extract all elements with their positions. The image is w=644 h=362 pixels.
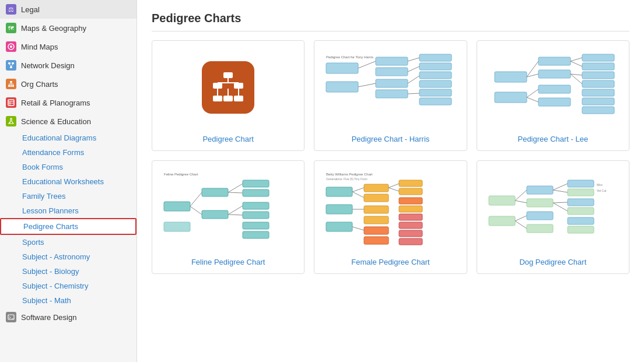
svg-line-86: [190, 192, 202, 206]
svg-rect-23: [223, 72, 233, 78]
svg-rect-16: [8, 100, 14, 106]
sidebar-item-subject-chemistry[interactable]: Subject - Chemistry: [0, 279, 136, 293]
sub-item-label: Subject - Biology: [22, 267, 79, 276]
sidebar-item-sports[interactable]: Sports: [0, 235, 136, 249]
svg-rect-122: [527, 212, 553, 220]
sub-item-label: Family Trees: [22, 192, 65, 201]
svg-line-87: [190, 206, 202, 215]
svg-rect-38: [326, 82, 358, 92]
svg-line-137: [553, 190, 568, 192]
card-label-lee: Pedigree Chart - Lee: [517, 135, 588, 143]
sidebar-label-retail: Retail & Planograms: [21, 99, 90, 107]
sub-item-label: Subject - Chemistry: [22, 282, 88, 290]
svg-rect-2: [8, 62, 10, 64]
card-image-female: Betty Williams Pedigree Chart Generation…: [320, 170, 460, 248]
svg-rect-107: [399, 206, 422, 212]
svg-rect-101: [364, 216, 388, 224]
svg-rect-118: [489, 196, 515, 205]
sidebar-label-legal: Legal: [21, 5, 40, 14]
sidebar-item-book-forms[interactable]: Book Forms: [0, 160, 136, 174]
sidebar-label-science: Science & Education: [21, 117, 91, 126]
org-icon: [6, 79, 16, 89]
sidebar-item-network[interactable]: Network Design: [0, 56, 136, 75]
card-label-dog: Dog Pedigree Chart: [519, 258, 586, 266]
svg-text:Betty Williams Pedigree Chart: Betty Williams Pedigree Chart: [326, 173, 373, 176]
svg-rect-125: [568, 189, 594, 196]
svg-rect-81: [243, 189, 269, 196]
svg-rect-47: [419, 89, 452, 96]
sidebar-item-attendance-forms[interactable]: Attendance Forms: [0, 145, 136, 160]
sidebar-item-org[interactable]: Org Charts: [0, 75, 136, 93]
mind-icon: [6, 41, 16, 52]
sidebar-item-legal[interactable]: ⚖ Legal: [0, 0, 136, 19]
svg-rect-103: [364, 237, 388, 244]
card-image-lee: [483, 50, 623, 125]
sidebar: ⚖ Legal 🗺 Maps & Geography Mind Maps Net…: [0, 0, 137, 362]
svg-line-6: [11, 64, 13, 66]
svg-text:Pedigree Chart for Tony Harris: Pedigree Chart for Tony Harris: [326, 55, 373, 59]
svg-rect-128: [568, 217, 594, 224]
sub-item-label: Lesson Planners: [22, 206, 79, 215]
svg-rect-80: [243, 180, 269, 187]
svg-rect-84: [243, 222, 269, 229]
card-female-pedigree[interactable]: Betty Williams Pedigree Chart Generation…: [314, 160, 467, 274]
card-pedigree-chart[interactable]: Pedigree Chart: [152, 40, 304, 151]
svg-line-139: [553, 203, 568, 211]
sidebar-item-retail[interactable]: Retail & Planograms: [0, 93, 136, 112]
svg-rect-121: [527, 199, 553, 207]
software-icon: [6, 312, 16, 322]
svg-rect-10: [12, 85, 14, 87]
svg-rect-55: [582, 54, 614, 61]
svg-rect-109: [399, 222, 422, 229]
svg-rect-28: [234, 96, 243, 101]
sub-item-label: Book Forms: [22, 163, 63, 171]
card-image-pedigree: [158, 50, 298, 125]
sub-item-label: Attendance Forms: [22, 148, 84, 157]
sidebar-item-family-trees[interactable]: Family Trees: [0, 189, 136, 203]
svg-rect-65: [538, 98, 570, 106]
svg-rect-26: [213, 96, 222, 101]
sidebar-item-subject-astronomy[interactable]: Subject - Astronomy: [0, 249, 136, 264]
sidebar-item-subject-biology[interactable]: Subject - Biology: [0, 264, 136, 279]
svg-rect-98: [364, 184, 388, 192]
card-pedigree-harris[interactable]: Pedigree Chart for Tony Harris: [314, 40, 467, 151]
sub-item-label: Subject - Math: [22, 296, 71, 305]
svg-rect-63: [538, 70, 570, 78]
svg-rect-120: [527, 186, 553, 194]
svg-line-112: [352, 188, 364, 192]
sub-item-label: Educational Worksheets: [22, 177, 104, 186]
sidebar-item-educational-worksheets[interactable]: Educational Worksheets: [0, 174, 136, 189]
svg-line-71: [527, 97, 538, 102]
sidebar-item-science[interactable]: Science & Education: [0, 112, 136, 131]
card-pedigree-lee[interactable]: Pedigree Chart - Lee: [477, 40, 629, 151]
sidebar-item-maps[interactable]: 🗺 Maps & Geography: [0, 19, 136, 37]
sidebar-item-educational-diagrams[interactable]: Educational Diagrams: [0, 131, 136, 145]
svg-rect-100: [364, 206, 388, 213]
sidebar-item-pedigree-charts[interactable]: Pedigree Charts: [0, 218, 136, 235]
svg-rect-67: [495, 92, 527, 103]
svg-rect-92: [164, 222, 190, 231]
card-label-pedigree: Pedigree Chart: [202, 135, 253, 143]
card-dog-pedigree[interactable]: Misc Vet Cat Dog Pedigree Chart: [477, 160, 629, 274]
svg-rect-46: [419, 80, 452, 87]
svg-rect-27: [223, 96, 233, 101]
svg-point-20: [9, 122, 10, 124]
sidebar-item-subject-math[interactable]: Subject - Math: [0, 293, 136, 308]
svg-rect-40: [376, 68, 408, 76]
svg-rect-58: [582, 80, 614, 87]
sidebar-item-software[interactable]: Software Design: [0, 308, 136, 326]
sidebar-item-lesson-planners[interactable]: Lesson Planners: [0, 203, 136, 218]
main-content: Pedigree Charts: [137, 0, 644, 362]
sidebar-item-mind[interactable]: Mind Maps: [0, 37, 136, 56]
card-feline-pedigree[interactable]: Feline Pedigree Chart: [152, 160, 304, 274]
svg-rect-39: [376, 57, 408, 65]
svg-line-117: [388, 188, 399, 191]
svg-line-115: [352, 227, 364, 230]
svg-rect-45: [419, 72, 452, 79]
svg-rect-48: [419, 98, 452, 105]
svg-rect-82: [243, 202, 269, 209]
svg-rect-9: [10, 85, 12, 87]
svg-rect-127: [568, 208, 594, 215]
svg-text:Misc: Misc: [597, 183, 603, 187]
retail-icon: [6, 97, 16, 108]
